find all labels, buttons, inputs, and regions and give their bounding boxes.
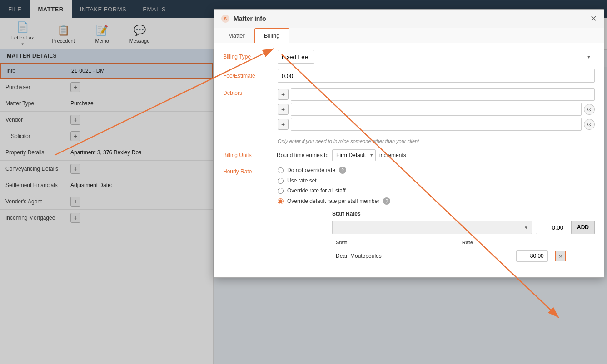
billing-units-row: Billing Units Round time entries to Firm… [223, 149, 595, 161]
debtor-add-btn-3[interactable]: + [278, 119, 289, 130]
staff-rates-section: Staff Rates ADD [332, 211, 595, 265]
app-logo-icon: S [221, 14, 230, 23]
add-rate-button[interactable]: ADD [571, 221, 595, 234]
fee-estimate-row: Fee/Estimate [223, 69, 595, 83]
hourly-rate-row: Hourly Rate Do not override rate ? Use r… [223, 167, 595, 265]
billing-type-row: Billing Type Fixed Fee Hourly No Charge [223, 50, 595, 64]
staff-rates-title: Staff Rates [332, 211, 595, 217]
modal-title-area: S Matter info [221, 14, 266, 23]
billing-units-suffix: increments [379, 152, 406, 158]
tab-matter[interactable]: Matter [219, 28, 254, 43]
staff-dropdown-wrapper [332, 221, 532, 234]
tab-billing[interactable]: Billing [254, 28, 289, 43]
radio-use-rate-set-input[interactable] [278, 178, 284, 184]
radio-use-rate-set: Use rate set [278, 177, 595, 184]
matter-info-modal: S Matter info ✕ Matter Billing Billing T… [214, 9, 604, 278]
radio-do-not-override: Do not override rate ? [278, 167, 595, 174]
staff-rate-field[interactable] [516, 250, 548, 262]
svg-text:S: S [224, 16, 227, 21]
debtors-fields: + + ⊙ + ⊙ [278, 88, 595, 133]
hourly-rate-label: Hourly Rate [223, 167, 273, 175]
modal-tabs: Matter Billing [214, 28, 604, 43]
debtor-up-btn-2[interactable]: ⊙ [584, 104, 595, 115]
debtor-row-2: + ⊙ [278, 103, 595, 116]
fee-estimate-input[interactable] [278, 69, 595, 83]
radio-do-not-override-input[interactable] [278, 167, 284, 173]
debtors-note: Only enter if you need to invoice someon… [278, 138, 595, 144]
billing-units-label: Billing Units [223, 152, 273, 158]
billing-type-label: Billing Type [223, 54, 273, 60]
radio-override-all-staff-input[interactable] [278, 188, 284, 194]
modal-body: Billing Type Fixed Fee Hourly No Charge … [214, 43, 604, 277]
debtors-row: Debtors + + ⊙ + ⊙ [223, 88, 595, 133]
staff-rate-cell [458, 247, 552, 265]
modal-close-button[interactable]: ✕ [590, 15, 597, 23]
debtor-field-1[interactable] [291, 88, 595, 101]
debtors-label: Debtors [223, 88, 273, 96]
rate-input[interactable] [536, 221, 567, 234]
debtor-add-btn-1[interactable]: + [278, 89, 289, 100]
override-per-staff-help-icon[interactable]: ? [383, 197, 390, 205]
radio-override-per-staff: Override default rate per staff member ? [278, 197, 595, 205]
debtor-add-btn-2[interactable]: + [278, 104, 289, 115]
debtor-field-2[interactable] [291, 103, 582, 116]
debtor-up-btn-3[interactable]: ⊙ [584, 119, 595, 130]
modal-title-text: Matter info [234, 15, 266, 22]
staff-rate-input-row: ADD [332, 221, 595, 234]
firm-default-select[interactable]: Firm Default 1 min 6 min 10 min 15 min 3… [332, 149, 376, 161]
remove-staff-button[interactable]: × [555, 251, 566, 261]
staff-rate-row: Dean Moutopoulos × [332, 247, 595, 265]
debtor-field-3[interactable] [291, 118, 582, 131]
debtor-row-1: + [278, 88, 595, 101]
staff-dropdown[interactable] [332, 221, 532, 234]
radio-override-all-staff: Override rate for all staff [278, 187, 595, 194]
do-not-override-help-icon[interactable]: ? [339, 167, 346, 174]
billing-units-text: Round time entries to [277, 152, 328, 158]
rate-col-header: Rate [458, 238, 552, 247]
radio-override-per-staff-input[interactable] [278, 198, 284, 204]
firm-default-select-wrapper: Firm Default 1 min 6 min 10 min 15 min 3… [332, 149, 376, 161]
staff-col-header: Staff [332, 238, 458, 247]
billing-type-select[interactable]: Fixed Fee Hourly No Charge [278, 50, 314, 64]
billing-type-select-wrapper: Fixed Fee Hourly No Charge [278, 50, 595, 64]
debtor-row-3: + ⊙ [278, 118, 595, 131]
staff-rates-table: Staff Rate Dean Moutopoulos [332, 238, 595, 265]
fee-estimate-label: Fee/Estimate [223, 73, 273, 79]
hourly-rate-radio-group: Do not override rate ? Use rate set Over… [278, 167, 595, 265]
modal-header: S Matter info ✕ [214, 10, 604, 28]
staff-name-cell: Dean Moutopoulos [332, 247, 458, 265]
